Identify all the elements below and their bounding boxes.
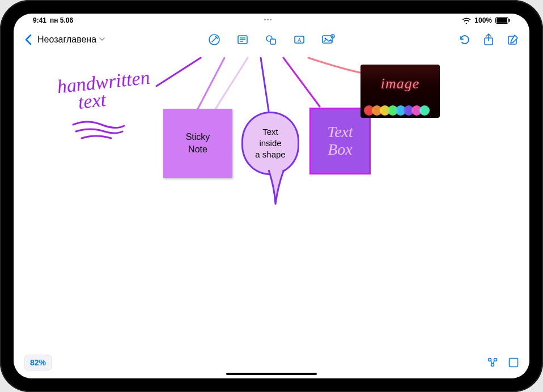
draw-tool-icon[interactable] bbox=[208, 33, 220, 46]
board-title-button[interactable]: Неозаглавена bbox=[37, 35, 105, 45]
collaborators-icon[interactable] bbox=[486, 357, 499, 368]
status-date: пн 5.06 bbox=[50, 16, 73, 24]
image-bokeh-row bbox=[360, 103, 440, 118]
zoom-label: 82% bbox=[30, 358, 46, 367]
speech-bubble-shape[interactable]: Text inside a shape bbox=[241, 112, 299, 175]
back-button[interactable] bbox=[24, 34, 32, 45]
svg-rect-25 bbox=[510, 359, 518, 367]
svg-rect-1 bbox=[497, 18, 507, 23]
underline-scribble bbox=[70, 119, 127, 142]
svg-rect-2 bbox=[508, 19, 510, 22]
media-tool-icon[interactable] bbox=[321, 33, 335, 46]
undo-button[interactable] bbox=[458, 33, 470, 46]
compose-button[interactable] bbox=[507, 33, 519, 46]
shape-text: Text inside a shape bbox=[255, 126, 285, 161]
ipad-frame: 9:41 пн 5.06 100% Неозаглаве bbox=[0, 0, 543, 392]
toolbar: Неозаглавена A bbox=[14, 27, 529, 52]
text-box-text: Text Box bbox=[327, 123, 353, 159]
image-object[interactable]: image bbox=[360, 65, 440, 118]
wifi-icon bbox=[462, 17, 471, 24]
status-battery-pct: 100% bbox=[474, 16, 492, 24]
status-bar: 9:41 пн 5.06 100% bbox=[14, 14, 529, 27]
multitask-dots[interactable] bbox=[260, 19, 275, 22]
textbox-tool-icon[interactable]: A bbox=[293, 33, 306, 46]
svg-point-21 bbox=[494, 359, 497, 361]
share-button[interactable] bbox=[483, 33, 494, 46]
home-indicator[interactable] bbox=[226, 373, 317, 375]
battery-icon bbox=[495, 17, 510, 24]
zoom-button[interactable]: 82% bbox=[24, 355, 52, 370]
svg-point-20 bbox=[489, 359, 491, 361]
board-title-label: Неозаглавена bbox=[37, 35, 96, 45]
screen: 9:41 пн 5.06 100% Неозаглаве bbox=[14, 14, 529, 378]
svg-line-24 bbox=[493, 361, 494, 364]
svg-rect-9 bbox=[270, 39, 275, 44]
svg-line-23 bbox=[491, 361, 492, 364]
sticky-note[interactable]: Sticky Note bbox=[163, 109, 232, 178]
shape-tool-icon[interactable] bbox=[265, 33, 277, 46]
bottom-bar: 82% bbox=[14, 355, 529, 370]
sticky-note-text: Sticky Note bbox=[186, 131, 210, 155]
image-label-text: image bbox=[360, 65, 440, 103]
toolbar-center-tools: A bbox=[208, 33, 335, 46]
handwritten-text[interactable]: handwritten text bbox=[56, 69, 152, 113]
svg-point-22 bbox=[491, 364, 494, 367]
freeform-canvas[interactable]: handwritten text Sticky Note Text inside… bbox=[14, 52, 529, 378]
minimap-icon[interactable] bbox=[508, 357, 519, 368]
svg-text:A: A bbox=[297, 37, 302, 43]
status-time: 9:41 bbox=[33, 16, 46, 24]
chevron-down-icon bbox=[99, 35, 105, 45]
sticky-note-tool-icon[interactable] bbox=[236, 33, 249, 46]
